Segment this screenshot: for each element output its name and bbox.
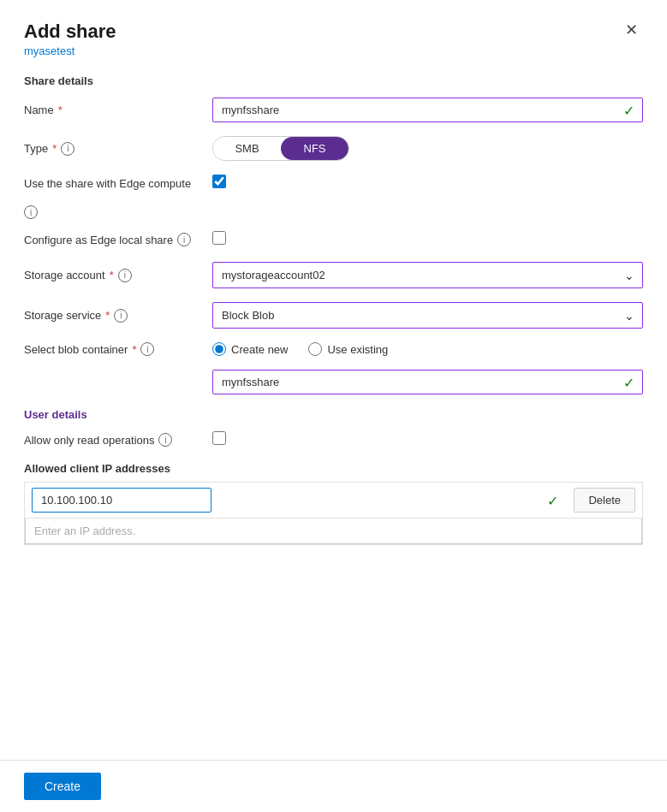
ip-existing-input[interactable] xyxy=(32,488,211,513)
type-toggle: SMB NFS xyxy=(212,136,349,161)
edge-local-label: Configure as Edge local share i xyxy=(24,233,212,246)
allow-read-checkbox[interactable] xyxy=(212,431,226,445)
ip-existing-wrapper: ✓ xyxy=(32,488,567,513)
use-existing-label: Use existing xyxy=(327,343,388,356)
ip-section: Allowed client IP addresses ✓ Delete Ent… xyxy=(24,462,643,545)
edge-compute-label: Use the share with Edge compute xyxy=(24,177,212,190)
blob-container-radio-group: Create new Use existing xyxy=(212,342,643,356)
edge-compute-control xyxy=(212,175,643,192)
blob-container-input[interactable] xyxy=(212,370,643,394)
blob-container-row: Select blob container * i Create new Use… xyxy=(24,342,643,356)
ip-existing-check-icon: ✓ xyxy=(547,492,558,508)
create-new-radio[interactable] xyxy=(212,342,226,356)
allow-read-label: Allow only read operations i xyxy=(24,433,212,447)
edge-local-info-icon[interactable]: i xyxy=(177,233,191,246)
blob-container-value-wrapper: ✓ xyxy=(212,370,643,394)
storage-account-required: * xyxy=(110,269,114,282)
blob-container-info-icon[interactable]: i xyxy=(140,342,154,356)
blob-container-value-row: ✓ xyxy=(24,370,643,394)
dialog-subtitle: myasetest xyxy=(24,44,116,57)
edge-compute-row: Use the share with Edge compute xyxy=(24,175,643,192)
ip-placeholder-row: Enter an IP address. xyxy=(25,519,642,544)
create-button[interactable]: Create xyxy=(24,773,101,800)
user-details-section-label: User details xyxy=(24,408,643,421)
dialog-header: Add share myasetest ✕ xyxy=(24,21,643,57)
use-existing-radio[interactable] xyxy=(308,342,322,356)
allow-read-row: Allow only read operations i xyxy=(24,431,643,448)
nfs-toggle[interactable]: NFS xyxy=(281,137,348,160)
name-row: Name * ✓ xyxy=(24,98,643,122)
create-new-radio-item[interactable]: Create new xyxy=(212,342,288,356)
storage-service-info-icon[interactable]: i xyxy=(114,309,128,323)
blob-container-control: Create new Use existing xyxy=(212,342,643,356)
allow-read-control xyxy=(212,431,643,448)
dialog-footer: Create xyxy=(0,760,667,812)
blob-container-label: Select blob container * i xyxy=(24,342,212,356)
edge-local-checkbox[interactable] xyxy=(212,231,226,245)
edge-local-row: Configure as Edge local share i xyxy=(24,231,643,248)
dialog-title: Add share xyxy=(24,21,116,43)
storage-account-row: Storage account * i mystorageaccount02 ⌄ xyxy=(24,262,643,288)
ip-placeholder-text: Enter an IP address. xyxy=(34,525,135,537)
ip-existing-row: ✓ Delete xyxy=(25,483,642,519)
type-info-icon[interactable]: i xyxy=(61,142,74,156)
name-required: * xyxy=(58,104,63,116)
ip-table-header: Allowed client IP addresses xyxy=(24,462,643,475)
storage-service-required: * xyxy=(105,309,110,322)
name-check-icon: ✓ xyxy=(623,102,634,118)
storage-account-label: Storage account * i xyxy=(24,269,212,282)
storage-account-select[interactable]: mystorageaccount02 xyxy=(212,262,643,288)
blob-container-required: * xyxy=(132,343,136,356)
share-details-section-label: Share details xyxy=(24,74,643,87)
name-field-wrapper: ✓ xyxy=(212,98,643,122)
storage-account-info-icon[interactable]: i xyxy=(118,269,132,282)
add-share-dialog: Add share myasetest ✕ Share details Name… xyxy=(0,0,667,812)
smb-toggle[interactable]: SMB xyxy=(213,137,281,160)
storage-service-select[interactable]: Block Blob Page Blob Azure Files xyxy=(212,302,643,329)
edge-local-control xyxy=(212,231,643,248)
create-new-label: Create new xyxy=(231,343,288,356)
use-existing-radio-item[interactable]: Use existing xyxy=(308,342,388,356)
storage-account-wrapper: mystorageaccount02 ⌄ xyxy=(212,262,643,288)
storage-service-wrapper: Block Blob Page Blob Azure Files ⌄ xyxy=(212,302,643,329)
type-required: * xyxy=(52,142,57,155)
edge-compute-info-icon[interactable]: i xyxy=(24,205,38,219)
name-input[interactable] xyxy=(212,98,643,122)
type-toggle-group: SMB NFS xyxy=(212,136,643,161)
allow-read-info-icon[interactable]: i xyxy=(158,433,172,447)
close-button[interactable]: ✕ xyxy=(620,21,643,39)
blob-container-check-icon: ✓ xyxy=(623,374,634,390)
type-row: Type * i SMB NFS xyxy=(24,136,643,161)
ip-table: ✓ Delete Enter an IP address. xyxy=(24,482,643,545)
type-label: Type * i xyxy=(24,142,212,156)
storage-service-label: Storage service * i xyxy=(24,309,212,323)
edge-compute-checkbox[interactable] xyxy=(212,175,226,188)
storage-service-row: Storage service * i Block Blob Page Blob… xyxy=(24,302,643,329)
name-label: Name * xyxy=(24,104,212,116)
delete-ip-button[interactable]: Delete xyxy=(574,488,635,513)
